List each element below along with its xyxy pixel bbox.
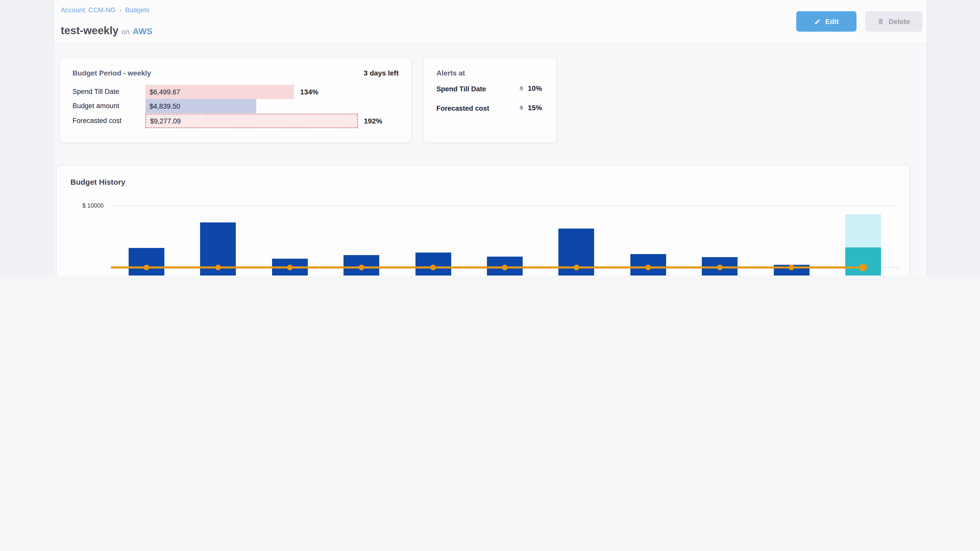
- budget-name: test-weekly: [61, 24, 118, 36]
- breadcrumb-separator-icon: ›: [119, 6, 121, 14]
- actual-cost-bar: [487, 257, 523, 275]
- budget-period-row-label: Budget amount: [73, 102, 119, 110]
- alert-row-label: Spend Till Date: [436, 85, 486, 93]
- days-left-label: 3 days left: [364, 69, 399, 77]
- chart-gridline: [111, 206, 899, 206]
- budget-period-row-label: Spend Till Date: [73, 88, 119, 95]
- budget-period-bar-value: $9,277.09: [146, 117, 181, 125]
- page-header: Account: CCM-NG›Budgets test-weeklyonAWS…: [55, 0, 927, 44]
- delete-button-label: Delete: [889, 17, 910, 25]
- bell-icon: [518, 85, 525, 92]
- budget-period-card: Budget Period - weekly 3 days left Spend…: [59, 57, 412, 143]
- budget-period-bar-forecast: $9,277.09: [145, 114, 358, 128]
- budget-period-percent: 134%: [300, 88, 318, 96]
- cloud-provider-label: AWS: [133, 27, 152, 36]
- week-to-date-cost-bar: [845, 248, 881, 276]
- budget-period-bar-value: $4,839.50: [145, 102, 180, 110]
- bell-icon: [518, 104, 525, 111]
- actual-cost-bar: [200, 222, 236, 275]
- budget-history-card: Budget History $ 10000$ 019 Apr 2025 - 2…: [56, 165, 910, 275]
- actual-cost-bar: [344, 255, 379, 275]
- alerts-card-title: Alerts at: [436, 69, 465, 77]
- breadcrumb-account-link[interactable]: Account: CCM-NG: [61, 6, 116, 14]
- actual-cost-bar: [558, 229, 594, 275]
- actual-cost-bar: [129, 248, 164, 275]
- actual-cost-bar: [630, 254, 666, 275]
- actual-cost-bar: [773, 265, 809, 275]
- budget-history-chart: $ 10000$ 019 Apr 2025 - 25 Apr 202526 Ap…: [57, 165, 911, 275]
- actual-cost-bar: [702, 257, 738, 275]
- breadcrumb-budgets-link[interactable]: Budgets: [125, 6, 149, 14]
- edit-button-label: Edit: [825, 17, 839, 25]
- forecasted-weekly-cost-bar: [845, 214, 881, 248]
- budget-period-bar-spend: $6,499.67: [145, 85, 294, 99]
- alerts-card: Alerts at Spend Till Date10%Forecasted c…: [423, 57, 557, 143]
- main-panel: Account: CCM-NG›Budgets test-weeklyonAWS…: [55, 0, 928, 275]
- title-on-label: on: [121, 27, 129, 36]
- alert-row-value: 15%: [518, 103, 542, 112]
- pencil-icon: [814, 18, 821, 25]
- edit-button[interactable]: Edit: [796, 11, 856, 32]
- actual-cost-bar: [415, 252, 451, 275]
- budget-period-percent: 192%: [364, 117, 382, 125]
- delete-button[interactable]: Delete: [865, 11, 922, 32]
- budget-period-bar-budget: $4,839.50: [145, 99, 256, 113]
- page-title: test-weeklyonAWS: [61, 24, 152, 37]
- y-axis-label: $ 10000: [73, 203, 103, 209]
- alert-row-label: Forecasted cost: [436, 105, 489, 112]
- breadcrumb: Account: CCM-NG›Budgets: [61, 6, 149, 14]
- budget-detail-page: Account: CCM-NG›Budgets test-weeklyonAWS…: [0, 0, 980, 275]
- alert-row-value: 10%: [518, 84, 542, 92]
- budget-line-series: [57, 165, 911, 275]
- budget-period-card-title: Budget Period - weekly: [73, 69, 151, 77]
- actual-cost-bar: [272, 259, 308, 275]
- budget-period-bar-value: $6,499.67: [145, 88, 180, 96]
- trash-icon: [877, 18, 884, 25]
- budget-period-row-label: Forecasted cost: [73, 117, 121, 124]
